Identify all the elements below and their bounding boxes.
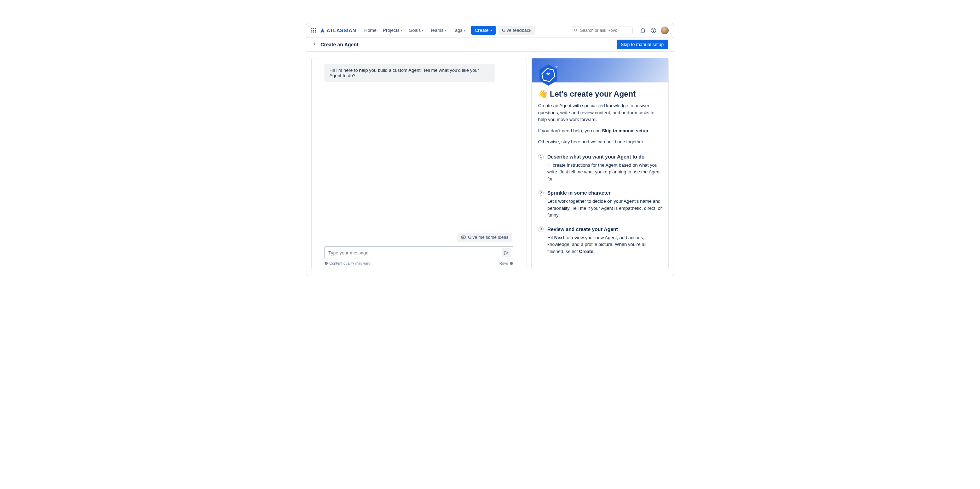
page-title: Create an Agent xyxy=(321,42,358,48)
user-avatar[interactable] xyxy=(661,27,669,34)
search-box[interactable] xyxy=(571,27,633,34)
chevron-down-icon: ▾ xyxy=(463,29,465,32)
chat-panel: Hi! I'm here to help you build a custom … xyxy=(311,58,527,269)
step-number: 3 xyxy=(538,226,544,232)
nav-tags[interactable]: Tags ▾ xyxy=(450,26,468,34)
svg-rect-9 xyxy=(326,263,326,264)
top-nav: ATLASSIAN Home Projects ▾ Goals ▾ Teams … xyxy=(306,23,674,38)
feedback-button[interactable]: Give feedback xyxy=(498,26,535,35)
step-description: Hit Next to review your new Agent, add a… xyxy=(547,234,662,255)
info-panel: + 👋 Let's create your Agent Create an Ag… xyxy=(531,58,669,269)
send-icon xyxy=(504,250,509,255)
svg-point-10 xyxy=(326,262,326,263)
step-3: 3 Review and create your Agent Hit Next … xyxy=(538,226,662,255)
chevron-down-icon: ▾ xyxy=(422,29,423,32)
nav-projects[interactable]: Projects ▾ xyxy=(380,26,405,34)
info-description-2: If you don't need help, you can Skip to … xyxy=(538,127,662,134)
skip-to-manual-button[interactable]: Skip to manual setup xyxy=(617,40,668,49)
info-description-3: Otherwise, stay here and we can build on… xyxy=(538,139,662,145)
notifications-icon[interactable] xyxy=(640,27,646,33)
svg-marker-11 xyxy=(510,261,513,264)
svg-rect-4 xyxy=(462,236,466,239)
svg-text:+: + xyxy=(555,64,558,69)
step-title: Sprinkle in some character xyxy=(547,190,662,196)
app-window: 1 ATLASSIAN Home Projects ▾ Goals ▾ xyxy=(306,23,674,276)
chevron-down-icon: ▾ xyxy=(490,29,492,32)
info-body: 👋 Let's create your Agent Create an Agen… xyxy=(532,83,668,269)
send-button[interactable] xyxy=(502,248,511,257)
content-quality-note: Content quality may vary xyxy=(325,261,371,265)
step-number: 2 xyxy=(538,190,544,196)
nav-home[interactable]: Home xyxy=(362,26,379,34)
help-icon[interactable] xyxy=(650,27,657,33)
bot-message: Hi! I'm here to help you build a custom … xyxy=(325,64,495,82)
chevron-left-icon xyxy=(312,41,317,46)
search-icon xyxy=(574,28,578,33)
step-description: Let's work together to decide on your Ag… xyxy=(547,198,662,219)
chat-input-row xyxy=(325,246,513,259)
header-right-icons xyxy=(640,27,669,34)
step-2: 2 Sprinkle in some character Let's work … xyxy=(538,190,662,219)
chat-footer: Content quality may vary Rovo xyxy=(325,261,513,265)
wave-emoji: 👋 xyxy=(538,89,548,99)
step-title: Describe what you want your Agent to do xyxy=(547,154,662,159)
app-switcher-icon[interactable] xyxy=(311,28,316,33)
banner: + xyxy=(532,58,668,83)
chevron-down-icon: ▾ xyxy=(401,29,402,32)
info-title: 👋 Let's create your Agent xyxy=(538,89,662,99)
brand-logo[interactable]: ATLASSIAN xyxy=(320,28,356,33)
back-button[interactable] xyxy=(312,41,317,48)
main-content: Hi! I'm here to help you build a custom … xyxy=(306,52,674,276)
nav-items: Home Projects ▾ Goals ▾ Teams ▾ Tags ▾ C… xyxy=(362,26,535,35)
rovo-label: Rovo xyxy=(499,261,513,265)
step-1: 1 Describe what you want your Agent to d… xyxy=(538,154,662,183)
svg-line-1 xyxy=(576,31,577,32)
search-input[interactable] xyxy=(580,28,629,33)
nav-goals[interactable]: Goals ▾ xyxy=(406,26,426,34)
nav-teams[interactable]: Teams ▾ xyxy=(427,26,449,34)
svg-point-0 xyxy=(574,29,577,31)
atlassian-icon xyxy=(320,28,325,33)
step-description: I'll create instructions for the Agent b… xyxy=(547,162,662,183)
chevron-down-icon: ▾ xyxy=(445,29,447,32)
agent-diamond-icon: + xyxy=(538,64,558,86)
info-icon xyxy=(325,261,328,265)
chat-icon xyxy=(461,235,466,240)
subheader: Create an Agent Skip to manual setup xyxy=(306,38,674,52)
steps-list: 1 Describe what you want your Agent to d… xyxy=(538,154,662,255)
rovo-icon xyxy=(509,261,513,265)
give-ideas-button[interactable]: Give me some ideas xyxy=(457,233,512,242)
info-description-1: Create an Agent with specialized knowled… xyxy=(538,102,662,123)
create-button[interactable]: Create ▾ xyxy=(471,26,496,35)
step-number: 1 xyxy=(538,154,544,159)
brand-text: ATLASSIAN xyxy=(326,28,356,33)
svg-point-3 xyxy=(653,31,654,32)
chat-input[interactable] xyxy=(328,250,499,255)
step-title: Review and create your Agent xyxy=(547,226,662,232)
